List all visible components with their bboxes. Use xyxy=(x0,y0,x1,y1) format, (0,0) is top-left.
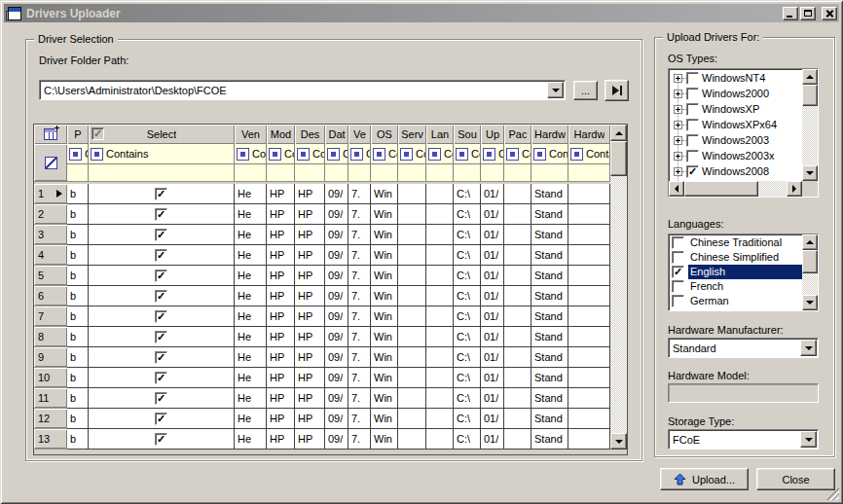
grid-cell[interactable]: Win xyxy=(371,409,398,429)
grid-cell[interactable]: 01/ xyxy=(481,266,504,286)
grid-cell[interactable] xyxy=(426,184,454,204)
grid-cell[interactable]: Win xyxy=(371,327,398,347)
row-select-checkbox[interactable] xyxy=(155,188,167,200)
grid-cell[interactable]: He xyxy=(235,368,267,388)
grid-cell[interactable] xyxy=(398,266,426,286)
language-checkbox[interactable] xyxy=(672,236,684,249)
expand-icon[interactable] xyxy=(674,105,682,114)
grid-cell[interactable]: Stand xyxy=(531,225,568,245)
grid-cell-select[interactable] xyxy=(89,327,235,347)
grid-cell[interactable]: C:\ xyxy=(454,204,481,225)
grid-cell[interactable]: 01/ xyxy=(481,347,504,368)
filter-condition-icon[interactable] xyxy=(91,148,103,161)
row-select-checkbox[interactable] xyxy=(155,413,167,425)
column-header-ve-6[interactable]: Ve xyxy=(348,125,371,144)
grid-cell[interactable] xyxy=(426,347,454,368)
grid-cell[interactable]: 01/ xyxy=(481,409,504,429)
os-types-vertical-scrollbar[interactable] xyxy=(802,69,818,181)
grid-cell[interactable]: HP xyxy=(267,368,295,388)
grid-cell[interactable] xyxy=(504,347,531,368)
column-header-ven-2[interactable]: Ven xyxy=(235,125,267,144)
language-checkbox[interactable] xyxy=(672,266,684,278)
os-type-item[interactable]: WindowsXPx64 xyxy=(669,117,802,132)
scroll-thumb[interactable] xyxy=(684,181,758,197)
filter-operator-cell[interactable]: Contains xyxy=(67,144,89,164)
grid-cell[interactable] xyxy=(568,429,610,450)
column-header-pac-12[interactable]: Pac xyxy=(504,125,531,144)
os-type-checkbox[interactable] xyxy=(686,134,699,147)
grid-cell[interactable]: 01/ xyxy=(481,184,504,204)
os-type-checkbox[interactable] xyxy=(686,150,699,162)
expand-icon[interactable] xyxy=(674,121,682,129)
grid-cell[interactable] xyxy=(568,347,610,368)
grid-cell-p[interactable]: b xyxy=(67,429,89,450)
filter-condition-icon[interactable] xyxy=(533,148,546,161)
filter-operator-cell[interactable]: Contains xyxy=(504,144,531,164)
grid-cell[interactable] xyxy=(398,245,426,266)
filter-operator-cell[interactable]: Contains xyxy=(348,144,371,164)
grid-cell[interactable]: 01/ xyxy=(481,204,504,225)
grid-cell[interactable] xyxy=(568,306,610,327)
filter-operator-cell[interactable]: Contains xyxy=(454,144,481,164)
grid-cell[interactable]: He xyxy=(235,245,267,266)
grid-cell[interactable] xyxy=(504,184,531,204)
grid-cell[interactable]: HP xyxy=(267,347,295,368)
grid-cell[interactable]: HP xyxy=(267,286,295,306)
grid-cell[interactable] xyxy=(398,306,426,327)
grid-cell-select[interactable] xyxy=(89,306,235,327)
grid-cell-p[interactable]: b xyxy=(67,286,89,306)
grid-cell[interactable]: Win xyxy=(371,245,398,266)
grid-cell[interactable]: HP xyxy=(267,306,295,327)
grid-cell[interactable]: 09/ xyxy=(325,347,348,368)
filter-value-cell[interactable] xyxy=(325,164,348,181)
grid-cell[interactable]: 7. xyxy=(348,306,371,327)
grid-cell[interactable]: C:\ xyxy=(454,327,481,347)
grid-cell[interactable]: HP xyxy=(267,266,295,286)
filter-value-cell[interactable] xyxy=(481,164,504,181)
grid-cell[interactable]: 01/ xyxy=(481,388,504,409)
scan-button[interactable] xyxy=(605,80,629,101)
grid-cell[interactable] xyxy=(568,245,610,266)
grid-cell[interactable] xyxy=(504,286,531,306)
filter-condition-icon[interactable] xyxy=(237,148,249,161)
grid-cell[interactable]: 09/ xyxy=(325,306,348,327)
filter-value-cell[interactable] xyxy=(348,164,371,181)
grid-cell[interactable]: C:\ xyxy=(454,409,481,429)
filter-value-cell[interactable] xyxy=(67,164,89,181)
grid-row[interactable]: 13bHeHPHP09/7.WinC:\01/Stand xyxy=(34,429,610,450)
grid-cell-p[interactable]: b xyxy=(67,245,89,266)
filter-operator-cell[interactable]: Contains xyxy=(371,144,398,164)
grid-cell[interactable]: 01/ xyxy=(481,327,504,347)
scroll-down-button[interactable] xyxy=(610,433,627,450)
dropdown-button[interactable] xyxy=(800,340,817,356)
grid-cell-select[interactable] xyxy=(89,266,235,286)
grid-cell-p[interactable]: b xyxy=(67,409,89,429)
language-item[interactable]: Chinese Traditional xyxy=(669,235,802,250)
hardware-manufacturer-select[interactable]: Standard xyxy=(668,338,819,358)
column-header-serv-8[interactable]: Serv xyxy=(398,125,426,144)
browse-button[interactable]: ... xyxy=(573,81,598,100)
grid-cell[interactable] xyxy=(398,409,426,429)
filter-value-cell[interactable] xyxy=(568,164,610,181)
grid-cell[interactable]: He xyxy=(235,184,267,204)
grid-cell[interactable] xyxy=(568,225,610,245)
scroll-right-button[interactable] xyxy=(787,181,802,197)
grid-cell[interactable] xyxy=(504,368,531,388)
row-header[interactable]: 1 xyxy=(34,184,67,204)
grid-row[interactable]: 1bHeHPHP09/7.WinC:\01/Stand xyxy=(34,184,610,204)
grid-cell[interactable] xyxy=(568,266,610,286)
grid-cell[interactable]: HP xyxy=(295,245,325,266)
grid-cell[interactable] xyxy=(398,368,426,388)
column-header-sou-10[interactable]: Sou xyxy=(454,125,481,144)
grid-cell-select[interactable] xyxy=(89,204,235,225)
scroll-left-button[interactable] xyxy=(669,181,684,197)
grid-cell[interactable]: Stand xyxy=(531,204,568,225)
grid-cell[interactable]: HP xyxy=(295,286,325,306)
os-type-checkbox[interactable] xyxy=(686,72,699,85)
column-header-up-11[interactable]: Up xyxy=(481,125,504,144)
scroll-up-button[interactable] xyxy=(610,125,627,141)
row-select-checkbox[interactable] xyxy=(155,290,167,303)
filter-condition-icon[interactable] xyxy=(570,148,583,161)
grid-cell[interactable]: 7. xyxy=(348,245,371,266)
upload-button[interactable]: Upload... xyxy=(660,468,749,490)
